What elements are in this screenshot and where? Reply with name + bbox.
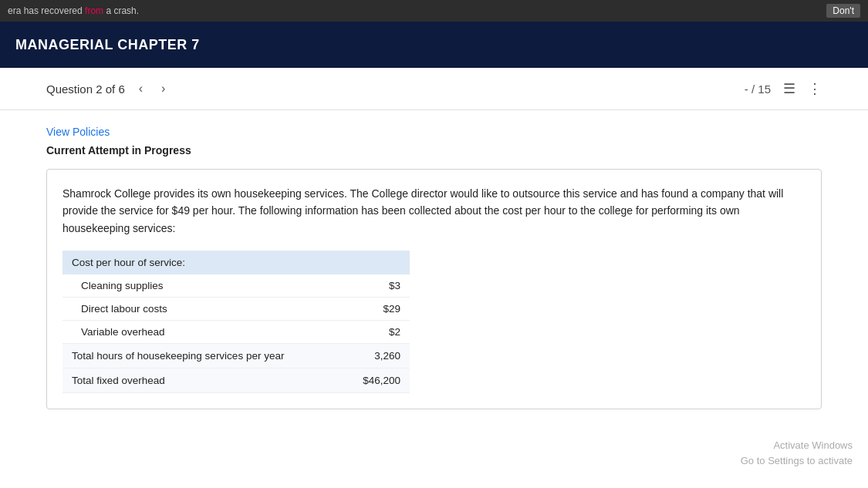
chapter-title: MANAGERIAL CHAPTER 7 <box>15 37 200 53</box>
crash-notification-bar: era has recovered from a crash. Don't <box>0 0 868 22</box>
main-content: Question 2 of 6 ‹ › - / 15 ☰ ⋮ View Poli… <box>0 68 868 488</box>
question-navigation: Question 2 of 6 ‹ › <box>46 80 170 97</box>
item-label: Direct labour costs <box>62 298 342 321</box>
item-label: Cleaning supplies <box>62 274 342 298</box>
item-label: Variable overhead <box>62 321 342 344</box>
table-row: Variable overhead$2 <box>62 321 410 344</box>
total-value: 3,260 <box>342 344 410 369</box>
question-text: Shamrock College provides its own housek… <box>62 185 806 237</box>
list-view-button[interactable]: ☰ <box>783 80 795 97</box>
attempt-status: Current Attempt in Progress <box>46 144 822 156</box>
nav-header: MANAGERIAL CHAPTER 7 <box>0 22 868 68</box>
table-row: Direct labour costs$29 <box>62 298 410 321</box>
table-row: Total hours of housekeeping services per… <box>62 344 410 369</box>
next-question-button[interactable]: › <box>157 80 170 97</box>
table-row: Total fixed overhead$46,200 <box>62 369 410 393</box>
question-label: Question 2 of 6 <box>46 82 125 96</box>
question-content-box: Shamrock College provides its own housek… <box>46 169 822 409</box>
cost-table: Cost per hour of service: Cleaning suppl… <box>62 251 410 393</box>
total-label: Total hours of housekeeping services per… <box>62 344 342 369</box>
table-header: Cost per hour of service: <box>62 251 410 274</box>
item-value: $29 <box>342 298 410 321</box>
question-header: Question 2 of 6 ‹ › - / 15 ☰ ⋮ <box>0 68 868 110</box>
score-display: - / 15 <box>745 82 771 96</box>
prev-question-button[interactable]: ‹ <box>134 80 147 97</box>
question-tools: - / 15 ☰ ⋮ <box>745 80 822 97</box>
total-value: $46,200 <box>342 369 410 393</box>
dont-button[interactable]: Don't <box>826 4 860 18</box>
more-options-button[interactable]: ⋮ <box>808 80 822 97</box>
item-value: $2 <box>342 321 410 344</box>
question-body: View Policies Current Attempt in Progres… <box>0 110 868 425</box>
table-row: Cleaning supplies$3 <box>62 274 410 298</box>
crash-message: era has recovered from a crash. <box>8 5 139 16</box>
view-policies-link[interactable]: View Policies <box>46 126 110 138</box>
total-label: Total fixed overhead <box>62 369 342 393</box>
item-value: $3 <box>342 274 410 298</box>
